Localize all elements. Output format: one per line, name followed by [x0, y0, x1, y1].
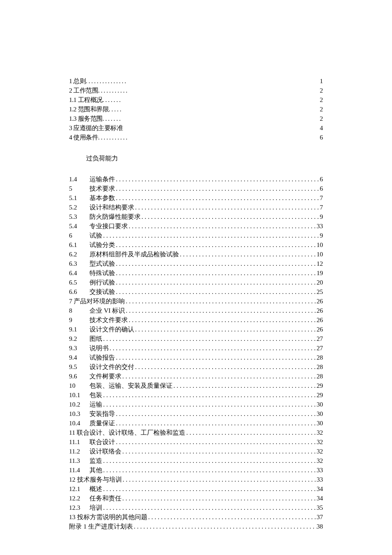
toc-dots: [115, 175, 320, 184]
toc-top-row: 2 工作范围. . . . . . . . . . .2: [69, 86, 323, 95]
toc-dots: [121, 372, 317, 381]
toc-top-page: 1: [320, 77, 323, 86]
toc-row: 5技术要求6: [69, 184, 323, 193]
toc-row: 6.4特殊试验19: [69, 269, 323, 278]
toc-row: 9.6文件树要求28: [69, 372, 323, 381]
toc-page: 20: [317, 278, 323, 287]
toc-row: 5.1基本参数7: [69, 194, 323, 203]
toc-dots: [102, 456, 317, 465]
toc-number: 6.2: [69, 250, 89, 259]
toc-title: 设计和结构要求: [89, 203, 134, 212]
toc-dots: [185, 428, 317, 437]
toc-top-page: 2: [320, 96, 323, 105]
toc-page: 26: [317, 297, 323, 306]
toc-top-label: 2 工作范围. . . . . . . . . . .: [69, 86, 127, 95]
toc-dots: [121, 447, 317, 456]
toc-number: 9.1: [69, 325, 89, 334]
toc-top-label: 1.2 范围和界限. . . . .: [69, 105, 121, 114]
toc-row: 10.1包装29: [69, 391, 323, 400]
toc-number: 6.3: [69, 259, 89, 268]
toc-dots: [141, 212, 320, 221]
toc-dots: [102, 231, 320, 240]
toc-title: 型式试验: [89, 259, 115, 268]
toc-number: 10.4: [69, 419, 89, 428]
toc-row: 9.2图纸27: [69, 334, 323, 343]
toc-page: 6: [320, 184, 323, 193]
toc-title: 设计文件的交付: [89, 363, 134, 372]
toc-page: 29: [317, 381, 323, 390]
toc-row: 10包装、运输、安装及质量保证29: [69, 381, 323, 390]
toc-page: 30: [317, 419, 323, 428]
toc-page: 26: [317, 316, 323, 325]
toc-dots: [115, 184, 320, 193]
toc-title: 设计文件的确认: [89, 325, 134, 334]
toc-top-page: 2: [320, 105, 323, 114]
toc-page: 34: [317, 485, 323, 494]
toc-title: 技术要求: [89, 184, 115, 193]
toc-top-page: 2: [320, 86, 323, 95]
toc-dots: [134, 203, 320, 212]
toc-number: 9.4: [69, 353, 89, 362]
toc-number: 6.5: [69, 278, 89, 287]
toc-number: 10.2: [69, 400, 89, 409]
toc-page: 12: [317, 259, 323, 268]
toc-row: 附录 1 生产进度计划表38: [69, 522, 323, 531]
toc-dots: [115, 410, 317, 418]
toc-title: 包装: [89, 391, 102, 400]
toc-number: 11.4: [69, 466, 89, 475]
toc-dots: [134, 325, 317, 334]
toc-title: 监造: [89, 456, 102, 465]
toc-title: 专业接口要求: [89, 222, 128, 231]
toc-title: 13 投标方需说明的其他问题: [69, 513, 147, 522]
toc-page: 33: [317, 466, 323, 475]
toc-page: 32: [317, 456, 323, 465]
toc-row: 11 联合设计、设计联络、工厂检验和监造32: [69, 428, 323, 437]
toc-number: 12.2: [69, 494, 89, 503]
toc-row: 10.4质量保证30: [69, 419, 323, 428]
toc-dots: [121, 494, 317, 503]
toc-row: 9.1设计文件的确认26: [69, 325, 323, 334]
toc-row: 6.6交接试验25: [69, 288, 323, 296]
toc-number: 9.6: [69, 372, 89, 381]
toc-dots: [102, 466, 317, 475]
toc-title: 试验分类: [89, 241, 115, 250]
toc-page: 35: [317, 503, 323, 512]
toc-page: 7: [320, 203, 323, 212]
toc-title: 交接试验: [89, 288, 115, 296]
toc-number: 9.3: [69, 344, 89, 353]
toc-row: 6.5例行试验20: [69, 278, 323, 287]
toc-dots: [115, 419, 317, 428]
toc-dots: [128, 222, 317, 231]
toc-top-label: 1 总则. . . . . . . . . . . . . . .: [69, 77, 126, 86]
toc-number: 12.1: [69, 485, 89, 494]
toc-number: 6.4: [69, 269, 89, 278]
toc-row: 10.3安装指导30: [69, 410, 323, 418]
toc-page: 37: [317, 513, 323, 522]
toc-top-page: 2: [320, 114, 323, 123]
toc-title: 防火防爆性能要求: [89, 212, 141, 221]
toc-row: 12.3培训35: [69, 503, 323, 512]
toc-title: 试验: [89, 231, 102, 240]
toc-top-row: 4 使用条件. . . . . . . . . . .6: [69, 133, 323, 142]
section-heading: 过负荷能力: [86, 154, 323, 163]
toc-title: 原材料组部件及半成品检验试验: [89, 250, 179, 259]
toc-dots: [115, 288, 317, 296]
toc-row: 9.4试验报告28: [69, 353, 323, 362]
toc-top-page: 6: [320, 133, 323, 142]
toc-dots: [115, 259, 317, 268]
toc-page: 19: [317, 269, 323, 278]
toc-page: 6: [320, 175, 323, 184]
toc-row: 6.2原材料组部件及半成品检验试验10: [69, 250, 323, 259]
toc-dots: [125, 306, 317, 315]
toc-dots: [115, 278, 317, 287]
toc-dots: [115, 438, 317, 447]
toc-number: 5.1: [69, 194, 89, 203]
toc-row: 5.2设计和结构要求7: [69, 203, 323, 212]
toc-number: 5: [69, 184, 89, 193]
toc-page: 28: [317, 372, 323, 381]
toc-title: 其他: [89, 466, 102, 475]
toc-dots: [133, 522, 317, 531]
toc-row: 8企业 VI 标识26: [69, 306, 323, 315]
toc-number: 12.3: [69, 503, 89, 512]
toc-top-row: 1.2 范围和界限. . . . .2: [69, 105, 323, 114]
